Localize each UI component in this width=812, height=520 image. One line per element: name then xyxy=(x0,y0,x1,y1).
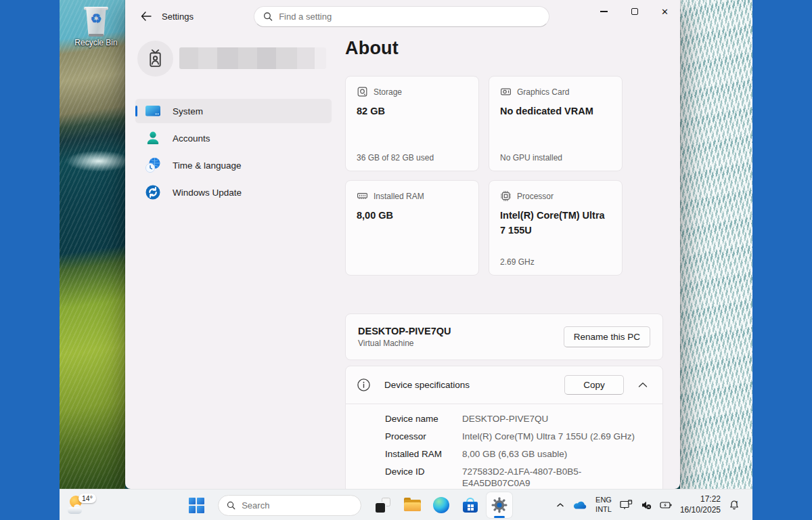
spec-row: Installed RAM 8,00 GB (6,63 GB usable) xyxy=(385,448,662,460)
device-specifications-header[interactable]: Device specifications Copy xyxy=(346,366,662,404)
clock-time: 17:22 xyxy=(680,494,721,505)
close-button[interactable]: ✕ xyxy=(650,0,680,23)
copy-button[interactable]: Copy xyxy=(564,375,624,395)
card-value: 82 GB xyxy=(357,104,468,119)
network-icon xyxy=(620,500,633,511)
sidebar-item-windows-update[interactable]: Windows Update xyxy=(135,180,332,204)
spec-value: DESKTOP-PIVE7QU xyxy=(462,413,658,425)
expander-title: Device specifications xyxy=(384,380,564,390)
time-language-icon xyxy=(144,156,162,174)
card-footer: No GPU installed xyxy=(500,153,562,162)
language-line1: ENG xyxy=(595,496,612,505)
start-button[interactable] xyxy=(183,492,209,518)
store-icon xyxy=(462,497,478,513)
spec-row: Processor Intel(R) Core(TM) Ultra 7 155U… xyxy=(385,431,662,442)
search-icon xyxy=(263,12,273,22)
spec-value: 8,00 GB (6,63 GB usable) xyxy=(462,448,658,460)
desktop: ♻ Recycle Bin Settings ✕ xyxy=(60,0,752,520)
settings-gear-icon xyxy=(491,496,508,514)
file-explorer-button[interactable] xyxy=(399,492,425,518)
store-button[interactable] xyxy=(457,492,483,518)
system-icon xyxy=(144,102,162,120)
about-page: About Storage 82 GB 36 GB of 82 GB used xyxy=(345,32,663,489)
screen: ♻ Recycle Bin Settings ✕ xyxy=(0,0,812,520)
maximize-icon xyxy=(631,8,638,15)
close-icon: ✕ xyxy=(661,7,669,16)
sidebar-item-label: System xyxy=(173,106,203,116)
settings-taskbar-button[interactable] xyxy=(487,492,512,518)
minimize-button[interactable] xyxy=(589,0,619,23)
language-indicator[interactable]: ENG INTL xyxy=(595,496,612,515)
card-value: No dedicated VRAM xyxy=(500,104,611,119)
active-app-indicator xyxy=(494,516,505,518)
battery-button[interactable] xyxy=(660,501,672,509)
rename-pc-button[interactable]: Rename this PC xyxy=(564,326,650,347)
device-specifications-expander: Device specifications Copy Device name D… xyxy=(345,366,663,489)
card-footer: 2.69 GHz xyxy=(500,257,535,267)
sidebar-nav: System Accounts Time & language xyxy=(135,99,332,207)
settings-search-box[interactable] xyxy=(254,6,549,27)
notification-bell-button[interactable]: z xyxy=(729,500,740,511)
sidebar-item-label: Time & language xyxy=(173,160,242,171)
maximize-button[interactable] xyxy=(619,0,650,23)
network-button[interactable] xyxy=(620,500,633,511)
recycle-bin[interactable]: ♻ Recycle Bin xyxy=(70,5,122,47)
recycle-bin-icon: ♻ xyxy=(84,5,108,37)
device-name-card: DESKTOP-PIVE7QU Virtual Machine Rename t… xyxy=(345,313,663,360)
wallpaper-left xyxy=(60,0,125,489)
edge-button[interactable] xyxy=(428,492,454,518)
clock[interactable]: 17:22 16/10/2025 xyxy=(680,494,721,515)
file-explorer-icon xyxy=(404,498,421,512)
onedrive-button[interactable] xyxy=(572,500,587,510)
ram-card: Installed RAM 8,00 GB xyxy=(345,180,479,276)
back-button[interactable] xyxy=(136,7,156,25)
device-type: Virtual Machine xyxy=(358,339,451,348)
collapse-button[interactable] xyxy=(634,376,652,394)
sidebar-item-system[interactable]: System xyxy=(135,99,332,123)
card-label: Installed RAM xyxy=(374,192,424,201)
task-view-button[interactable] xyxy=(370,492,396,518)
card-value: Intel(R) Core(TM) Ultra 7 155U xyxy=(500,209,611,238)
sidebar-item-accounts[interactable]: Accounts xyxy=(135,126,332,150)
weather-icon: 14° xyxy=(68,494,103,517)
volume-muted-button[interactable] xyxy=(641,500,652,510)
account-badge-icon xyxy=(146,49,164,68)
onedrive-cloud-icon xyxy=(572,500,587,510)
sidebar-item-label: Accounts xyxy=(173,133,210,144)
titlebar[interactable]: Settings ✕ xyxy=(125,0,680,32)
task-view-icon xyxy=(376,498,390,513)
spec-label: Processor xyxy=(385,431,462,442)
app-title: Settings xyxy=(162,12,194,22)
card-footer: 36 GB of 82 GB used xyxy=(357,153,434,162)
recycle-bin-label: Recycle Bin xyxy=(70,38,122,47)
search-icon xyxy=(227,500,235,511)
edge-icon xyxy=(433,497,449,513)
device-name: DESKTOP-PIVE7QU xyxy=(358,326,451,337)
letterbox-left xyxy=(0,0,60,520)
back-arrow-icon xyxy=(141,12,152,21)
accounts-icon xyxy=(144,129,162,147)
account-name-skeleton xyxy=(179,47,326,69)
storage-icon xyxy=(357,86,368,98)
bell-dnd-icon: z xyxy=(729,500,740,511)
settings-search-input[interactable] xyxy=(279,12,540,22)
storage-card: Storage 82 GB 36 GB of 82 GB used xyxy=(345,76,479,171)
spec-label: Installed RAM xyxy=(385,448,462,460)
taskbar-search-input[interactable] xyxy=(242,500,353,511)
processor-card: Processor Intel(R) Core(TM) Ultra 7 155U… xyxy=(489,180,623,276)
taskbar-search-box[interactable] xyxy=(218,495,361,516)
spec-value: Intel(R) Core(TM) Ultra 7 155U (2.69 GHz… xyxy=(462,431,658,442)
temperature-badge: 14° xyxy=(78,494,96,503)
sidebar-item-time-language[interactable]: Time & language xyxy=(135,153,332,177)
account-row[interactable] xyxy=(137,41,173,77)
wallpaper-right xyxy=(680,0,752,489)
svg-text:z: z xyxy=(736,500,738,504)
clock-date: 16/10/2025 xyxy=(680,505,721,516)
tray-chevron-button[interactable] xyxy=(556,502,564,508)
widgets-button[interactable]: 14° xyxy=(68,490,103,520)
spec-value: 727583D2-A1FA-4807-B0B5-E4A5DB07C0A9 xyxy=(462,466,597,489)
spec-row: Device name DESKTOP-PIVE7QU xyxy=(385,413,662,425)
spec-label: Device name xyxy=(385,413,462,425)
page-title: About xyxy=(345,38,399,59)
windows-logo-icon xyxy=(189,498,204,513)
